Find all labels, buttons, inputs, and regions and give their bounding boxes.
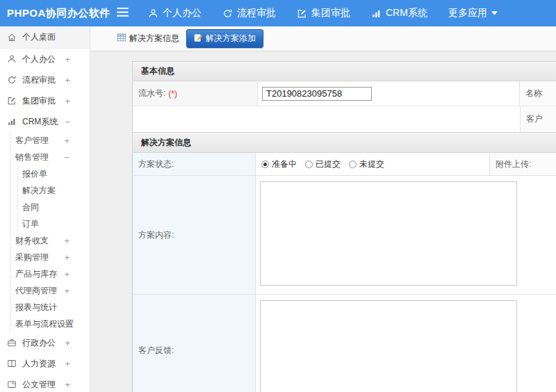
- tab-solution-add[interactable]: 解决方案添加: [186, 29, 263, 48]
- form-row-status: 方案状态: 准备中 已提交 未提交: [133, 153, 556, 176]
- expand-toggle[interactable]: +: [64, 136, 70, 145]
- sidebar-item-workflow-approval[interactable]: 流程审批 +: [0, 70, 90, 90]
- person-icon: [148, 8, 158, 19]
- chart-icon: [371, 8, 382, 19]
- nav-label: CRM系统: [386, 7, 427, 19]
- serial-label-cell: 流水号: (*): [133, 81, 258, 106]
- sidebar: 个人桌面 个人办公 + 流程审批 + 集团审批 +: [0, 26, 90, 392]
- expand-toggle[interactable]: +: [64, 320, 70, 329]
- sidebar-toggle[interactable]: [117, 7, 129, 19]
- sidebar-item-personal-office[interactable]: 个人办公 +: [0, 49, 90, 70]
- home-icon: [7, 33, 17, 42]
- sidebar-item-sales-mgmt[interactable]: 销售管理 −: [11, 149, 90, 165]
- nav-item-personal-office[interactable]: 个人办公: [148, 7, 202, 19]
- sidebar-item-label: 个人桌面: [22, 31, 56, 43]
- expand-toggle[interactable]: +: [65, 380, 70, 389]
- tab-solution-info[interactable]: 解决方案信息: [117, 33, 179, 44]
- customer-feedback-textarea[interactable]: [260, 300, 517, 392]
- top-navigation: 个人办公 流程审批 集团审批 CRM系统 更多应用: [148, 7, 498, 19]
- sidebar-item-label: 行政办公: [22, 337, 56, 349]
- field-label: 客户反馈:: [138, 345, 174, 357]
- nav-item-crm-system[interactable]: CRM系统: [371, 7, 427, 19]
- radio-option-submitted[interactable]: 已提交: [305, 158, 341, 170]
- sidebar-item-group-approval[interactable]: 集团审批 +: [0, 90, 90, 111]
- name-label-cell: 名称: [520, 81, 556, 106]
- sidebar-item-admin-office[interactable]: 行政办公 +: [0, 332, 90, 353]
- expand-toggle[interactable]: +: [64, 270, 70, 279]
- sidebar-item-label: 采购管理: [15, 252, 49, 263]
- radio-option-preparing[interactable]: 准备中: [261, 158, 297, 170]
- sidebar-item-finance[interactable]: 财务收支 +: [11, 232, 90, 249]
- nav-item-workflow-approval[interactable]: 流程审批: [222, 7, 276, 19]
- radio-label: 准备中: [272, 158, 297, 170]
- tab-label: 解决方案信息: [129, 33, 179, 44]
- sidebar-item-customer-mgmt[interactable]: 客户管理 +: [11, 132, 90, 149]
- app-window: PHPOA协同办公软件 个人办公 流程审批: [0, 0, 556, 392]
- sidebar-item-label: 客户管理: [15, 135, 49, 147]
- field-label: 流水号:: [138, 88, 165, 99]
- sidebar-item-contract[interactable]: 合同: [18, 199, 90, 215]
- sidebar-item-label: 公文管理: [22, 379, 56, 391]
- serial-number-input[interactable]: [262, 87, 372, 101]
- feedback-value-cell: [256, 295, 556, 392]
- sidebar-item-label: 代理商管理: [15, 285, 57, 297]
- field-label: 方案内容:: [138, 229, 174, 241]
- app-logo: PHPOA协同办公软件: [0, 7, 117, 20]
- nav-label: 集团审批: [311, 7, 350, 19]
- sidebar-item-crm-system[interactable]: CRM系统 −: [0, 111, 90, 132]
- collapse-toggle[interactable]: −: [65, 117, 70, 126]
- sidebar-item-document-mgmt[interactable]: 公文管理 +: [0, 374, 90, 392]
- person-icon: [7, 54, 17, 64]
- sidebar-item-label: 财务收支: [15, 235, 49, 247]
- expand-toggle[interactable]: +: [65, 55, 70, 64]
- sidebar-item-order[interactable]: 订单: [18, 215, 90, 232]
- expand-toggle[interactable]: +: [65, 76, 70, 85]
- sidebar-item-form-workflow-settings[interactable]: 表单与流程设置 +: [11, 316, 90, 332]
- form-row-solution-content: 方案内容:: [133, 176, 556, 295]
- sidebar-item-desktop[interactable]: 个人桌面: [0, 26, 90, 49]
- section-header-basic-info: 基本信息: [133, 62, 556, 81]
- sidebar-item-label: 订单: [22, 218, 39, 230]
- tab-strip: 解决方案信息 解决方案添加: [90, 26, 556, 51]
- sidebar-item-purchase-mgmt[interactable]: 采购管理 +: [11, 249, 90, 266]
- nav-item-group-approval[interactable]: 集团审批: [297, 7, 350, 19]
- workflow-icon: [222, 8, 233, 19]
- sidebar-item-label: CRM系统: [22, 116, 58, 128]
- group-approval-icon: [297, 8, 307, 19]
- sidebar-item-agent-mgmt[interactable]: 代理商管理 +: [11, 282, 90, 299]
- content-value-cell: [256, 176, 556, 294]
- sidebar-item-label: 解决方案: [22, 185, 56, 197]
- caret-down-icon: [491, 11, 498, 15]
- sidebar-item-quotation[interactable]: 报价单: [18, 165, 90, 182]
- sidebar-item-label: 集团审批: [22, 95, 56, 107]
- expand-toggle[interactable]: +: [65, 359, 70, 368]
- tab-label: 解决方案添加: [206, 33, 256, 44]
- sidebar-item-human-resources[interactable]: 人力资源 +: [0, 353, 90, 374]
- book-icon: [7, 359, 17, 368]
- solution-add-form: 基本信息 流水号: (*) 名称 客户 解决方案信息: [132, 61, 556, 392]
- form-row-customer: 客户: [133, 106, 556, 132]
- required-mark: (*): [168, 89, 177, 99]
- radio-unselected-icon: [349, 161, 357, 168]
- collapse-toggle[interactable]: −: [64, 153, 70, 162]
- sidebar-item-reports-stats[interactable]: 报表与统计: [11, 299, 90, 316]
- sidebar-item-solution[interactable]: 解决方案: [18, 182, 90, 199]
- solution-content-textarea[interactable]: [260, 181, 517, 286]
- sidebar-item-label: 销售管理: [15, 152, 49, 163]
- sidebar-item-label: 合同: [22, 202, 39, 213]
- expand-toggle[interactable]: +: [64, 236, 70, 245]
- expand-toggle[interactable]: +: [65, 97, 70, 106]
- radio-option-not-submitted[interactable]: 未提交: [349, 158, 384, 170]
- expand-toggle[interactable]: +: [64, 286, 70, 295]
- form-row-serial: 流水号: (*) 名称: [133, 81, 556, 106]
- nav-item-more-apps[interactable]: 更多应用: [448, 7, 498, 19]
- sidebar-item-product-inventory[interactable]: 产品与库存 +: [11, 266, 90, 282]
- customer-label-cell: 客户: [521, 106, 556, 132]
- document-icon: [7, 379, 17, 389]
- feedback-label-cell: 客户反馈:: [132, 295, 256, 392]
- expand-toggle[interactable]: +: [64, 253, 70, 262]
- chart-icon: [7, 117, 17, 126]
- radio-unselected-icon: [305, 161, 313, 168]
- field-label: 名称: [525, 88, 542, 99]
- expand-toggle[interactable]: +: [65, 338, 70, 348]
